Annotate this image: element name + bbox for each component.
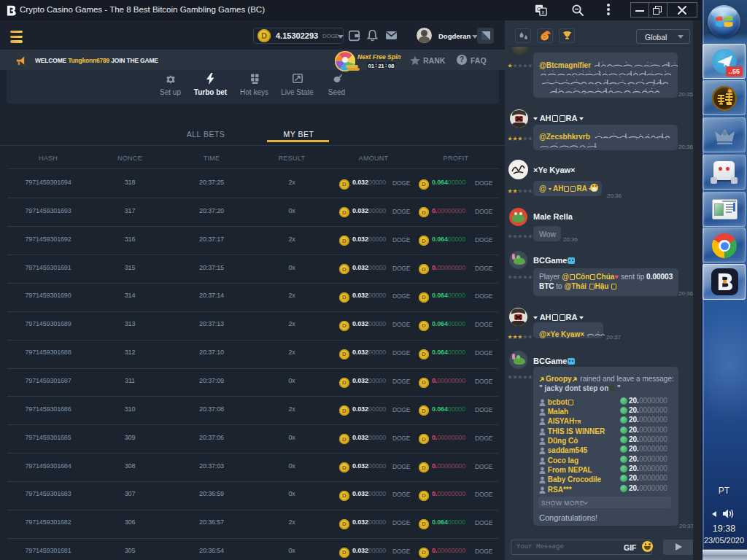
svg-text:D: D — [543, 34, 547, 39]
svg-text:G: G — [537, 6, 541, 12]
